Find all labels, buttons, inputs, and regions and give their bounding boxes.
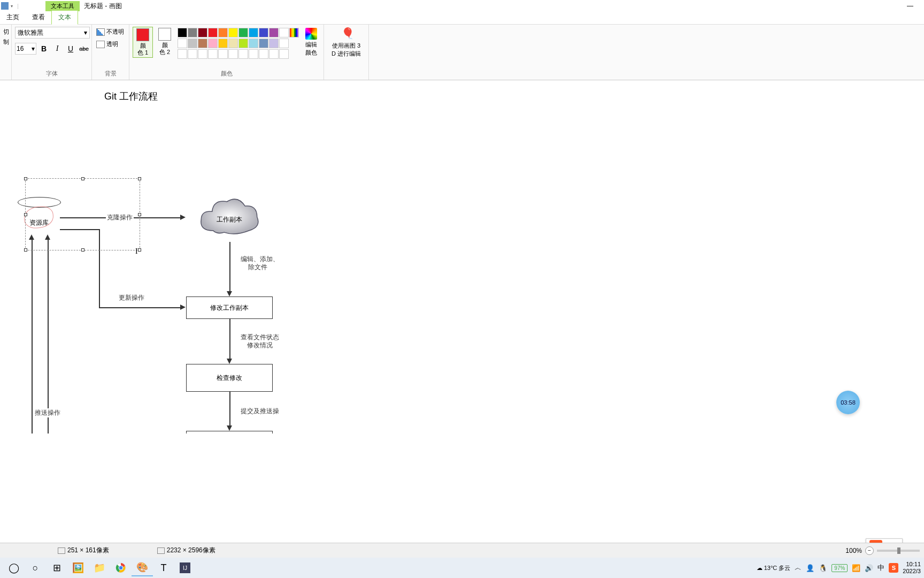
arrow-update (99, 307, 180, 308)
file-explorer-icon[interactable]: 📁 (89, 559, 110, 576)
zoom-out-button[interactable]: − (865, 546, 874, 555)
color2-button[interactable]: 颜色 2 (155, 27, 174, 57)
color-swatch[interactable] (269, 49, 279, 59)
color-swatch[interactable] (259, 49, 268, 59)
color-swatch[interactable] (208, 49, 218, 59)
italic-button[interactable]: I (51, 43, 63, 55)
push-op1-label: 推送操作 (34, 408, 61, 417)
rainbow-swatch[interactable] (289, 28, 299, 37)
app-icon[interactable]: 🖼️ (67, 559, 89, 576)
text-app-icon[interactable]: T (153, 559, 174, 576)
tab-text[interactable]: 文本 (51, 10, 78, 25)
bold-button[interactable]: B (38, 43, 50, 55)
ide-icon[interactable]: IJ (174, 559, 196, 576)
color1-button[interactable]: 颜色 1 (133, 27, 153, 58)
strikethrough-button[interactable]: abc (78, 43, 90, 55)
color-swatch[interactable] (259, 28, 268, 37)
app-icon[interactable] (1, 2, 9, 10)
color-swatch[interactable] (228, 28, 238, 37)
arrowhead-icon (227, 359, 232, 364)
resize-handle[interactable] (138, 248, 141, 252)
color-swatch[interactable] (238, 39, 248, 48)
context-tab-text-tools[interactable]: 文本工具 (45, 1, 80, 11)
ime-icon[interactable]: 中 (877, 563, 884, 573)
paint3d-group: 使用画图 3 D 进行编辑 (324, 25, 369, 80)
color-swatch[interactable] (259, 39, 268, 48)
start-button[interactable]: ◯ (3, 559, 25, 576)
resize-handle[interactable] (24, 213, 27, 216)
arrowhead-icon (180, 215, 186, 220)
transparent-option[interactable]: 透明 (95, 39, 119, 49)
color-swatch[interactable] (208, 28, 218, 37)
task-view-icon[interactable]: ⊞ (46, 559, 67, 576)
color-swatch[interactable] (228, 39, 238, 48)
opaque-option[interactable]: 不透明 (95, 27, 125, 37)
paint3d-button[interactable]: 使用画图 3 D 进行编辑 (327, 27, 365, 59)
cut-button[interactable]: 切 (3, 27, 8, 37)
color-swatch[interactable] (238, 28, 248, 37)
resize-handle[interactable] (138, 213, 141, 216)
edit-colors-button[interactable]: 编辑 颜色 (302, 27, 320, 58)
resize-handle[interactable] (81, 248, 84, 252)
clock[interactable]: 10:11 2022/3 (903, 561, 921, 575)
color-swatch[interactable] (178, 39, 187, 48)
window-title: 无标题 - 画图 (84, 2, 122, 11)
color-swatch[interactable] (249, 49, 258, 59)
color-swatch[interactable] (238, 49, 248, 59)
zoom-slider[interactable] (877, 550, 920, 552)
font-family-combo[interactable]: 微软雅黑 ▾ (15, 27, 90, 39)
resize-handle[interactable] (24, 248, 27, 252)
box-modify-wc: 修改工作副本 (186, 296, 273, 319)
color-swatch[interactable] (178, 28, 187, 37)
chevron-up-icon[interactable]: ︿ (795, 563, 802, 573)
line (229, 319, 230, 359)
qat-dropdown-icon[interactable]: ▾ (11, 4, 15, 9)
color-swatch[interactable] (188, 28, 197, 37)
resize-handle[interactable] (81, 177, 84, 180)
cortana-icon[interactable]: ○ (25, 559, 46, 576)
color-swatch[interactable] (188, 39, 197, 48)
canvas[interactable]: Git 工作流程 资源库 工作副本 克隆操作 编辑、添加、 除文件 更新操作 修… (0, 80, 924, 434)
color-swatch[interactable] (188, 49, 197, 59)
text-selection-box[interactable] (25, 178, 140, 250)
color-swatch[interactable] (228, 49, 238, 59)
copy-button[interactable]: 制 (3, 37, 8, 47)
color-swatch[interactable] (198, 49, 207, 59)
taskbar: ◯ ○ ⊞ 🖼️ 📁 🎨 T IJ ☁ 13°C 多云 ︿ 👤 🐧 97% 📶 … (0, 558, 924, 578)
color-swatch[interactable] (249, 39, 258, 48)
color-swatch[interactable] (269, 28, 279, 37)
timer-badge[interactable]: 03:58 (836, 391, 860, 414)
tray-icon[interactable]: 🐧 (819, 564, 827, 572)
color-swatch[interactable] (249, 28, 258, 37)
resize-handle[interactable] (138, 177, 141, 180)
chrome-icon[interactable] (110, 559, 132, 576)
color-swatch[interactable] (208, 39, 218, 48)
color-swatch[interactable] (279, 49, 289, 59)
minimize-button[interactable]: — (907, 2, 913, 10)
color-swatch[interactable] (198, 39, 207, 48)
selection-icon (58, 547, 65, 554)
font-group: 微软雅黑 ▾ 16 ▾ B I U abc 字体 (12, 25, 92, 80)
color-swatch[interactable] (218, 28, 228, 37)
color-swatch[interactable] (218, 39, 228, 48)
canvas-area[interactable]: Git 工作流程 资源库 工作副本 克隆操作 编辑、添加、 除文件 更新操作 修… (0, 80, 924, 434)
underline-button[interactable]: U (65, 43, 76, 55)
ribbon-tabs: 主页 查看 文本 (0, 12, 924, 25)
color-swatch[interactable] (279, 39, 289, 48)
sogou-tray-icon[interactable]: S (889, 563, 898, 573)
volume-icon[interactable]: 🔊 (865, 564, 873, 572)
wifi-icon[interactable]: 📶 (852, 564, 860, 572)
color-swatch[interactable] (269, 39, 279, 48)
color-swatch[interactable] (279, 28, 289, 37)
tray-icon[interactable]: 👤 (806, 564, 814, 572)
battery-icon[interactable]: 97% (831, 564, 848, 572)
tab-home[interactable]: 主页 (0, 11, 26, 24)
color-swatch[interactable] (198, 28, 207, 37)
font-size-combo[interactable]: 16 ▾ (15, 43, 36, 55)
color-swatch[interactable] (218, 49, 228, 59)
weather-widget[interactable]: ☁ 13°C 多云 (757, 564, 791, 572)
color-swatch[interactable] (178, 49, 187, 59)
tab-view[interactable]: 查看 (26, 11, 51, 24)
resize-handle[interactable] (24, 177, 27, 180)
paint-icon[interactable]: 🎨 (132, 559, 153, 576)
